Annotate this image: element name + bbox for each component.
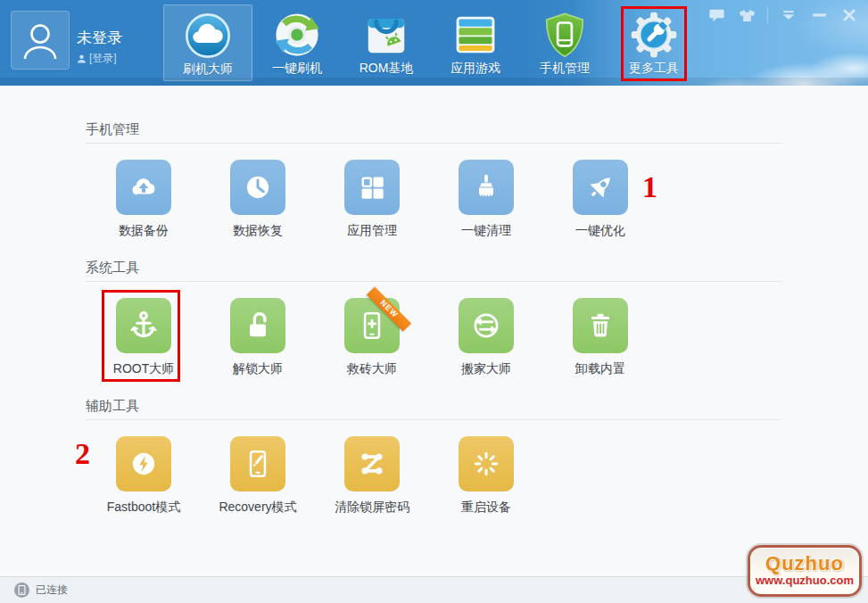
avatar[interactable] — [11, 11, 70, 70]
phone-plus-icon: NEW — [344, 298, 400, 353]
tab-label: 手机管理 — [540, 61, 590, 77]
tool-data-backup[interactable]: 数据备份 — [87, 160, 201, 239]
tool-recovery-mode[interactable]: Recovery模式 — [201, 436, 315, 516]
tool-label: 一键优化 — [575, 223, 625, 239]
tool-label: 重启设备 — [461, 500, 511, 516]
watermark-title: Quzhuo — [765, 554, 844, 574]
watermark-url: www.quzhuo.com — [756, 574, 854, 588]
close-icon[interactable] — [839, 8, 859, 22]
message-icon[interactable] — [707, 8, 726, 22]
lightning-icon — [116, 436, 171, 491]
tool-uninstall-builtin[interactable]: 卸载内置 — [543, 298, 657, 377]
tool-label: ROOT大师 — [113, 361, 174, 377]
cloud-tab-icon — [184, 12, 232, 60]
tool-data-recovery[interactable]: 数据恢复 — [201, 160, 315, 239]
phone-edit-icon — [230, 436, 285, 491]
skin-icon[interactable] — [737, 8, 756, 22]
grid-icon — [344, 160, 400, 215]
phone-connected-icon — [14, 582, 29, 598]
transfer-icon — [459, 298, 514, 353]
section-divider — [86, 143, 782, 144]
tab-label: 应用游戏 — [451, 61, 500, 77]
tool-row-system-tools: ROOT大师 解锁大师 — [87, 298, 657, 377]
tab-label: 一键刷机 — [272, 61, 322, 77]
tool-moving-master[interactable]: 搬家大师 — [429, 298, 543, 377]
tab-label: 更多工具 — [629, 61, 679, 77]
menu-arrow-icon[interactable] — [779, 8, 798, 22]
tab-label: 刷机大师 — [183, 62, 233, 78]
restart-spinner-icon — [459, 436, 514, 491]
pattern-icon — [344, 436, 400, 491]
tool-label: 清除锁屏密码 — [335, 500, 409, 516]
rocket-icon — [573, 160, 628, 215]
tool-label: 搬家大师 — [461, 361, 511, 377]
tool-label: 数据备份 — [119, 223, 169, 239]
status-bar: 已连接 下载中(0) — [0, 576, 868, 603]
cloud-upload-icon — [116, 160, 171, 215]
login-label: [登录] — [89, 51, 117, 66]
brush-icon — [459, 160, 514, 215]
tool-fastboot-mode[interactable]: Fastboot模式 — [87, 436, 201, 516]
tool-row-aux-tools: Fastboot模式 Recovery模式 — [87, 436, 543, 516]
tab-rom-base[interactable]: ROM基地 — [342, 4, 431, 81]
tab-app-games[interactable]: 应用游戏 — [431, 4, 520, 81]
trash-icon — [573, 298, 628, 353]
person-small-icon — [77, 54, 87, 63]
login-link[interactable]: [登录] — [77, 51, 117, 66]
tool-app-manage[interactable]: 应用管理 — [315, 160, 429, 239]
tool-label: 数据恢复 — [233, 223, 283, 239]
tool-one-key-clean[interactable]: 一键清理 — [429, 160, 543, 239]
watermark: Quzhuo www.quzhuo.com — [748, 545, 862, 597]
section-divider — [86, 281, 782, 282]
header-bar: 未登录 [登录] 刷机大师 — [0, 0, 868, 86]
controls-separator — [767, 7, 768, 23]
tab-label: ROM基地 — [360, 61, 414, 77]
tool-label: 一键清理 — [461, 223, 511, 239]
tab-more-tools[interactable]: 更多工具 — [609, 4, 699, 81]
tool-label: 救砖大师 — [347, 361, 397, 377]
tool-label: 应用管理 — [347, 223, 397, 239]
tool-unlock-master[interactable]: 解锁大师 — [201, 298, 315, 377]
section-title-aux-tools: 辅助工具 — [86, 398, 139, 415]
sync-tab-icon — [273, 11, 321, 59]
clock-icon — [230, 160, 285, 215]
main-content: 1 手机管理 数据备份 — [0, 86, 868, 576]
app-window: 未登录 [登录] 刷机大师 — [0, 0, 868, 603]
tool-one-key-optimize[interactable]: 一键优化 — [543, 160, 657, 239]
shield-phone-tab-icon — [541, 11, 589, 59]
anchor-icon — [116, 298, 171, 353]
section-title-system-tools: 系统工具 — [86, 260, 139, 277]
connection-status: 已连接 — [36, 582, 68, 598]
section-divider — [86, 419, 782, 420]
section-title-phone-manage: 手机管理 — [86, 121, 139, 138]
tool-restart-device[interactable]: 重启设备 — [429, 436, 543, 516]
tool-row-phone-manage: 数据备份 数据恢复 — [87, 160, 657, 239]
minimize-icon[interactable] — [809, 8, 829, 22]
main-nav-tabs: 刷机大师 一键刷机 — [163, 4, 699, 81]
tool-label: Fastboot模式 — [107, 500, 180, 516]
tool-label: 解锁大师 — [233, 361, 283, 377]
apps-stack-tab-icon — [451, 11, 500, 59]
tool-brick-rescue[interactable]: NEW 救砖大师 — [315, 298, 429, 377]
tool-root-master[interactable]: ROOT大师 — [87, 298, 201, 377]
tool-label: Recovery模式 — [219, 500, 296, 516]
tool-label: 卸载内置 — [575, 361, 625, 377]
window-controls — [707, 7, 859, 23]
user-name: 未登录 — [77, 28, 122, 48]
tab-yijian-shuaji[interactable]: 一键刷机 — [252, 4, 342, 81]
unlock-icon — [230, 298, 285, 353]
gear-wrench-tab-icon — [630, 11, 678, 59]
tab-shuaji-dashi[interactable]: 刷机大师 — [163, 4, 252, 81]
rom-bag-tab-icon — [362, 11, 410, 59]
tab-phone-manage[interactable]: 手机管理 — [520, 4, 609, 81]
tool-clear-lock-password[interactable]: 清除锁屏密码 — [315, 436, 429, 516]
person-icon — [19, 19, 62, 62]
